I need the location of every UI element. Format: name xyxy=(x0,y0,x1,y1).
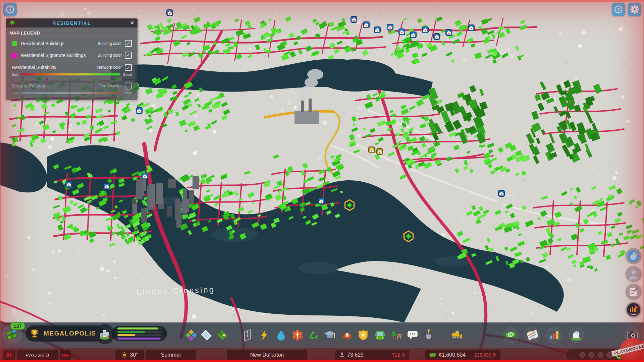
info-icon xyxy=(6,5,14,14)
park-tree-icon xyxy=(389,329,402,341)
row-type-label: Building color xyxy=(98,41,122,46)
row-type-label: Network color xyxy=(97,65,122,70)
question-icon: ? xyxy=(614,5,623,14)
tool-garbage-button[interactable] xyxy=(306,328,321,343)
tool-zones-button[interactable] xyxy=(184,328,199,343)
journal-icon xyxy=(628,286,639,298)
legend-row-signature-buildings: Residential Signature Buildings Building… xyxy=(9,50,135,60)
tool-fire-rescue-button[interactable] xyxy=(340,328,355,343)
tool-statistics-button[interactable] xyxy=(547,328,561,343)
legend-row-ground-pollution: Ground Pollution Terrain color Low High xyxy=(9,80,135,97)
population-icon xyxy=(339,352,344,358)
temperature-widget[interactable]: 30° xyxy=(115,350,144,360)
healthcare-icon xyxy=(292,329,303,341)
tool-roads-button[interactable] xyxy=(240,328,255,343)
pause-icon xyxy=(7,352,12,358)
tool-police-button[interactable] xyxy=(356,328,371,343)
scale-min-label: Low xyxy=(12,91,18,95)
pollution-gradient-bar xyxy=(21,92,121,94)
checkbox-checked[interactable]: ✓ xyxy=(125,64,132,71)
face-sad-icon xyxy=(579,352,586,358)
scale-max-label: Good xyxy=(123,72,132,76)
main-toolbar: 137 MEGALOPOLIS xyxy=(0,322,644,348)
roads-icon xyxy=(241,329,254,341)
tool-electricity-button[interactable] xyxy=(257,328,272,343)
milestones-button[interactable]: 137 xyxy=(2,324,22,344)
row-label: Residential Suitability xyxy=(12,65,56,70)
city-name-label[interactable]: New Dollarton xyxy=(227,350,307,360)
legend-header: RESIDENTIAL ✕ xyxy=(6,18,138,27)
info-button[interactable] xyxy=(3,3,17,16)
tool-city-information-button[interactable] xyxy=(569,328,584,343)
pause-button[interactable] xyxy=(3,350,15,360)
education-cap-icon xyxy=(323,329,336,341)
tool-areas-button[interactable] xyxy=(199,328,214,343)
radio-button[interactable] xyxy=(625,301,642,318)
face-neutral-icon xyxy=(597,352,604,358)
milestone-name: MEGALOPOLIS xyxy=(44,330,96,337)
legend-row-suitability: Residential Suitability Network color ✓ … xyxy=(9,62,135,79)
money-value: ¢1,600,604 xyxy=(439,352,466,358)
city-progress-button[interactable] xyxy=(95,324,115,344)
close-icon[interactable]: ✕ xyxy=(130,20,135,26)
green-swatch xyxy=(12,41,17,46)
police-badge-icon xyxy=(358,329,369,341)
legend-row-residential-buildings: Residential Buildings Building color ✓ xyxy=(9,38,135,49)
sun-icon xyxy=(121,352,127,358)
tool-map-overview-button[interactable] xyxy=(525,328,540,343)
help-button[interactable]: ? xyxy=(612,3,625,16)
bulldozer-icon xyxy=(449,330,463,341)
house-icon xyxy=(570,329,582,341)
bus-icon xyxy=(374,329,386,341)
chat-bubble-icon xyxy=(407,330,418,341)
scale-min-label: Bad xyxy=(12,72,18,76)
tool-parks-button[interactable] xyxy=(388,328,403,343)
game-screen: Linden Crossing Daffodil Street ? xyxy=(0,0,644,362)
xp-bar xyxy=(117,327,158,329)
settings-button[interactable] xyxy=(628,3,641,16)
pause-indicator-bottom-line xyxy=(0,360,644,362)
row-label: Residential Buildings xyxy=(21,41,64,46)
tool-water-button[interactable] xyxy=(274,328,288,343)
landscaping-icon xyxy=(216,329,228,341)
checkbox-checked[interactable]: ✓ xyxy=(125,40,132,47)
population-widget[interactable]: 73,629 -712 /h xyxy=(335,350,409,360)
xp-progress-bars xyxy=(112,326,167,341)
map-legend-panel: RESIDENTIAL ✕ MAP LEGEND Residential Bui… xyxy=(6,18,138,100)
checkbox-unchecked[interactable] xyxy=(125,82,132,89)
row-type-label: Building color xyxy=(98,53,122,58)
lifepath-button[interactable] xyxy=(625,266,642,283)
svg-text:¢: ¢ xyxy=(509,333,512,337)
gear-icon xyxy=(630,5,639,14)
season-label[interactable]: Summer xyxy=(146,350,196,360)
row-type-label: Terrain color xyxy=(100,83,122,88)
journal-button[interactable] xyxy=(625,284,642,300)
checkbox-checked[interactable]: ✓ xyxy=(125,52,132,59)
tool-transportation-button[interactable] xyxy=(373,328,387,343)
suitability-gradient-bar xyxy=(21,73,120,75)
tool-economy-button[interactable]: ¢ xyxy=(503,328,518,343)
trophy-icon xyxy=(30,328,40,339)
recycle-icon xyxy=(308,329,319,341)
tool-communications-button[interactable] xyxy=(405,328,420,343)
tool-landscaping-button[interactable] xyxy=(215,328,229,343)
status-bar: PAUSED ▶▶▶ 30° Summer New Dollarton 73,6… xyxy=(0,348,644,362)
tool-healthcare-button[interactable] xyxy=(290,328,305,343)
money-widget[interactable]: ¢1,600,604 -138,699 /h xyxy=(425,350,500,360)
areas-icon xyxy=(200,329,212,341)
svg-text:?: ? xyxy=(617,7,620,12)
scale-max-label: High xyxy=(124,91,132,95)
playground-watermark: PLAYGROUND xyxy=(618,337,644,362)
chirper-button[interactable] xyxy=(625,248,642,264)
tool-bulldozer-button[interactable] xyxy=(449,328,464,343)
xp-bar xyxy=(117,338,160,340)
money-icon xyxy=(429,353,436,357)
speed-fast-forward-button[interactable]: ▶▶▶ xyxy=(60,350,71,360)
legend-caption: MAP LEGEND xyxy=(9,31,134,36)
milestone-name-pill[interactable]: MEGALOPOLIS xyxy=(25,325,105,342)
tool-education-button[interactable] xyxy=(322,328,337,343)
simulation-state-label: PAUSED xyxy=(17,350,58,360)
tool-terraforming-button[interactable] xyxy=(421,328,436,343)
row-label: Ground Pollution xyxy=(12,83,47,88)
milestone-count-badge: 137 xyxy=(10,322,25,330)
